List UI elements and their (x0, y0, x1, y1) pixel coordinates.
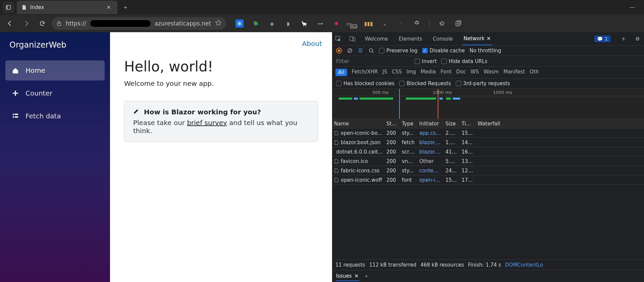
table-row[interactable]: favicon.ico200vn...Other5.5...13... (332, 157, 644, 166)
type-filter-font[interactable]: Font (440, 69, 451, 76)
ext-shield-icon[interactable]: ◈ (268, 20, 276, 27)
table-row[interactable]: fabric-icons.css200sty...content...24...… (332, 166, 644, 175)
devtools-tabs: Welcome Elements Console Network✕ 💬 1 + … (332, 32, 644, 46)
request-table: Name Sta... Type Initiator Size Time Wat… (332, 119, 644, 260)
forward-button[interactable] (19, 17, 33, 30)
th-name[interactable]: Name (332, 121, 384, 127)
new-tab-button[interactable]: ＋ (121, 3, 129, 11)
type-filter-img[interactable]: Img (407, 69, 416, 76)
tab-network[interactable]: Network✕ (462, 32, 492, 45)
type-filter-doc[interactable]: Doc (456, 69, 466, 76)
summary-transferred: 112 kB transferred (369, 262, 417, 268)
th-size[interactable]: Size (443, 121, 460, 127)
table-row[interactable]: blazor.boot.json200fetchblazor....1.8...… (332, 138, 644, 147)
clear-icon[interactable] (347, 48, 353, 54)
th-init[interactable]: Initiator (417, 121, 443, 127)
type-filter-js[interactable]: JS (382, 69, 387, 76)
survey-heading: How is Blazor working for you? (144, 108, 261, 116)
list-icon (11, 113, 19, 119)
preserve-log-checkbox[interactable]: Preserve log (379, 48, 418, 54)
browser-tab[interactable]: Index ✕ (17, 1, 117, 14)
favorite-icon[interactable] (215, 20, 221, 27)
close-icon[interactable]: ✕ (105, 3, 113, 11)
th-water[interactable]: Waterfall (476, 121, 644, 127)
summary-finish: Finish: 1.74 s (468, 262, 501, 268)
minimize-icon[interactable] (630, 7, 635, 8)
sidebar-item-label: Fetch data (25, 112, 61, 120)
sidebar-item-fetch[interactable]: Fetch data (5, 106, 105, 126)
ext-slash-icon[interactable]: ⟋ (397, 20, 405, 27)
type-filter-all[interactable]: All (335, 69, 347, 76)
search-icon[interactable] (368, 48, 374, 54)
tl-tick: 500 ms (372, 90, 388, 95)
ext-flower-icon[interactable]: ✱ (333, 20, 340, 27)
url-box[interactable]: https:// azurestaticapps.net (52, 17, 226, 30)
pencil-icon (133, 108, 139, 116)
table-header: Name Sta... Type Initiator Size Time Wat… (332, 119, 644, 128)
ext-chevron-icon[interactable]: ⌄ (381, 20, 388, 27)
summary-bar: 11 requests 112 kB transferred 468 kB re… (332, 260, 644, 270)
device-icon[interactable] (350, 36, 356, 42)
tab-welcome[interactable]: Welcome (364, 36, 389, 42)
favorites-icon[interactable] (438, 20, 446, 27)
type-filter-other[interactable]: Oth (530, 69, 539, 76)
ext-snowflake-icon[interactable]: ✻ (235, 19, 244, 27)
collections-icon[interactable] (454, 20, 462, 27)
close-icon[interactable]: ✕ (487, 36, 491, 42)
tab-strip: Index ✕ ＋ (0, 0, 644, 15)
disable-cache-checkbox[interactable]: ✓Disable cache (422, 48, 465, 54)
type-filter-ws[interactable]: WS (471, 69, 479, 76)
survey-before: Please take our (133, 119, 187, 127)
tab-elements[interactable]: Elements (397, 36, 424, 42)
url-prefix: https:// (66, 20, 86, 27)
type-filter-wasm[interactable]: Wasm (483, 69, 499, 76)
ext-commit-icon[interactable]: ⊶ (317, 20, 324, 27)
ext-lama-icon[interactable]: 🦙 (301, 20, 308, 27)
third-party-checkbox[interactable]: 3rd-party requests (456, 80, 510, 87)
invert-checkbox[interactable]: Invert (415, 58, 437, 64)
sidebar-item-counter[interactable]: Counter (5, 83, 105, 103)
th-time[interactable]: Time (460, 121, 476, 127)
hide-data-urls-checkbox[interactable]: Hide data URLs (441, 58, 487, 64)
record-icon[interactable] (336, 48, 342, 54)
reload-button[interactable] (36, 17, 49, 30)
type-filter-fetch[interactable]: Fetch/XHR (352, 69, 378, 76)
blocked-cookies-checkbox[interactable]: Has blocked cookies (336, 80, 394, 87)
ext-books-icon[interactable]: ▮▮▮ (365, 20, 372, 27)
type-filter-media[interactable]: Media (421, 69, 436, 76)
th-status[interactable]: Sta... (384, 121, 400, 127)
type-filter-css[interactable]: CSS (392, 69, 402, 76)
table-row[interactable]: open-iconic.woff200fontopen-ic...15....1… (332, 175, 644, 185)
filter-input[interactable] (336, 58, 410, 64)
ext-page-icon[interactable]: ▭Off (349, 20, 356, 27)
about-link[interactable]: About (302, 40, 322, 48)
table-row[interactable]: open-iconic-bo...200sty...app.css:...2.1… (332, 128, 644, 138)
throttling-select[interactable]: No throttling (470, 48, 501, 54)
timeline[interactable]: 500 ms 1000 ms 1500 ms (332, 89, 644, 119)
ext-bug-icon[interactable]: 🪲 (252, 20, 260, 27)
survey-link[interactable]: brief survey (187, 119, 227, 127)
issues-badge[interactable]: 💬 1 (594, 36, 610, 42)
table-row[interactable]: dotnet.6.0.0.ceit...200scri...blazor....… (332, 147, 644, 157)
drawer-tab-issues[interactable]: Issues✕ (335, 272, 359, 281)
sidebar-item-label: Home (25, 66, 45, 74)
filter-icon[interactable]: ☰ (358, 48, 364, 54)
close-icon[interactable]: ✕ (355, 273, 359, 279)
ext-moon-icon[interactable]: ◗ (284, 20, 292, 27)
url-redacted (90, 20, 151, 27)
sidebar-item-home[interactable]: Home (5, 60, 105, 80)
tab-actions-icon[interactable] (3, 2, 14, 13)
inspect-icon[interactable] (335, 36, 341, 42)
back-button[interactable] (3, 17, 17, 30)
tab-title: Index (30, 4, 44, 10)
blocked-requests-checkbox[interactable]: Blocked Requests (399, 80, 451, 87)
file-icon (334, 178, 339, 182)
add-drawer-tab-icon[interactable]: ＋ (363, 273, 369, 279)
tab-console[interactable]: Console (432, 36, 454, 42)
th-type[interactable]: Type (400, 121, 417, 127)
more-tabs-icon[interactable]: + (621, 36, 627, 42)
type-filter-manifest[interactable]: Manifest (503, 69, 525, 76)
settings-icon[interactable]: ⚙ (635, 36, 641, 42)
survey-card: How is Blazor working for you? Please ta… (124, 101, 318, 142)
extensions-icon[interactable] (413, 20, 421, 27)
